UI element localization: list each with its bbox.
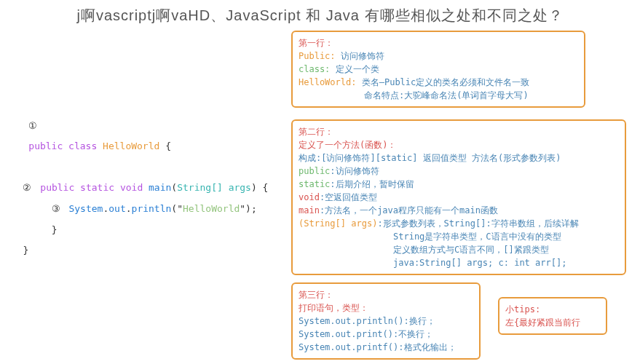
method-main: main <box>149 182 171 193</box>
box3-heading: 第三行： <box>299 290 333 300</box>
kw-void: void <box>120 182 143 193</box>
box1-heading: 第一行： <box>299 38 333 48</box>
code-sample: ① public class HelloWorld { ② public sta… <box>6 95 268 261</box>
out: out <box>108 203 125 214</box>
kw-class: class <box>68 141 97 151</box>
paren-close-brace: ) { <box>251 182 268 193</box>
paren-open: ( <box>171 182 177 193</box>
brace-close-outer: } <box>23 245 28 256</box>
sys: System <box>68 203 103 214</box>
page-title: j啊vascriptj啊vaHD、JavaScript 和 Java 有哪些相似… <box>0 0 640 28</box>
brace-close-inner: } <box>52 224 58 235</box>
println: println <box>132 203 172 214</box>
box2-heading: 第二行： <box>299 127 333 137</box>
brace-open: { <box>159 141 171 151</box>
annotation-box-line1: 第一行： Public: 访问修饰符 class: 定义一个类 HelloWor… <box>291 31 585 108</box>
kw-public-2: public <box>40 182 74 193</box>
kw-static: static <box>80 182 114 193</box>
line-marker-3: ③ <box>52 199 60 220</box>
class-name: HelloWorld <box>103 141 159 151</box>
string-literal: HelloWorld <box>183 203 240 214</box>
line-marker-1: ① <box>28 116 37 137</box>
tips-heading: 小tips: <box>505 304 540 314</box>
args: String[] args <box>177 182 251 193</box>
annotation-box-line2: 第二行： 定义了一个方法(函数)： 构成:[访问修饰符][static] 返回值… <box>291 119 626 275</box>
annotation-box-line3: 第三行： 打印语句，类型： System.out.println():换行； S… <box>291 282 481 360</box>
line-marker-2: ② <box>23 178 31 199</box>
kw-public: public <box>28 141 63 151</box>
tips-box: 小tips: 左{最好紧跟当前行 <box>498 297 607 335</box>
